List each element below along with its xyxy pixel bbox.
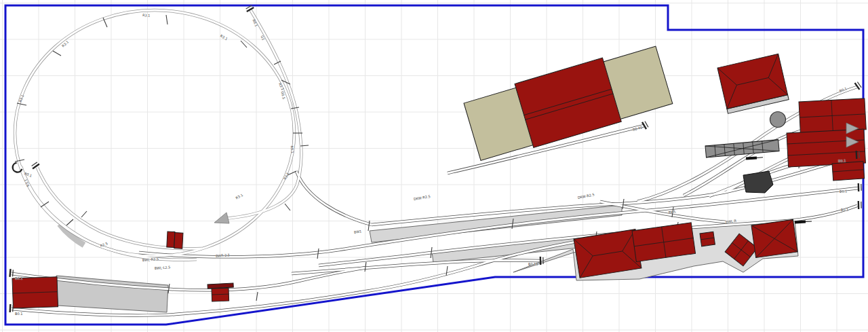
track-label: R3.1	[142, 14, 151, 18]
water-tower[interactable]	[770, 112, 786, 128]
small-shed-right[interactable]	[832, 162, 865, 181]
loading-ramp[interactable]	[705, 140, 779, 158]
track-label: B0.1	[838, 159, 846, 163]
track-plan-canvas: R3.1R3.1R3.1R3.1R3.1R3.1R3.1R3.1G1G0.5R9…	[0, 0, 868, 332]
dark-structure[interactable]	[743, 171, 773, 193]
rail-cores	[12, 10, 860, 316]
branch-track[interactable]	[250, 10, 301, 185]
town-small-building[interactable]	[700, 232, 715, 246]
loading-dock-bar[interactable]	[208, 283, 233, 289]
track-label: B0.1	[15, 312, 22, 316]
track-label: R9.1	[290, 145, 294, 153]
spiral-end-arrow	[214, 213, 229, 223]
trackside-hut-2[interactable]	[212, 288, 229, 301]
track-label: B0.1	[840, 189, 848, 193]
engine-shed-lower[interactable]	[787, 129, 865, 167]
town-pavilion-building[interactable]	[751, 219, 797, 257]
track-label: G0.5	[281, 91, 285, 100]
hip-roof-building[interactable]	[717, 54, 789, 113]
track-label: B0.1	[841, 208, 849, 212]
track-label: B0.1S	[528, 262, 538, 266]
freight-house[interactable]	[12, 277, 58, 308]
yard-lead-track[interactable]	[296, 171, 372, 225]
trackside-hut[interactable]	[167, 232, 183, 248]
track-plan-drawing	[0, 0, 868, 332]
track-label: B0.1	[15, 277, 22, 280]
